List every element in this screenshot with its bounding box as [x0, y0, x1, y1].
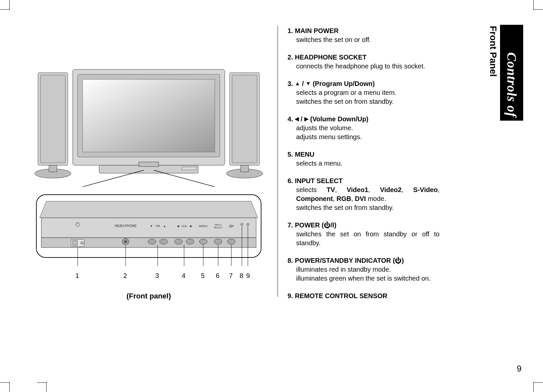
column-divider — [278, 26, 278, 297]
item-8: 8. POWER/STANDBY INDICATOR (⏻) illuminat… — [288, 256, 440, 283]
svg-rect-7 — [241, 165, 249, 172]
item-3: 3. ▲ / ▼ (Program Up/Down) selects a pro… — [288, 79, 440, 106]
item-4: 4. ◀ / ▶ (Volume Down/Up) adjusts the vo… — [288, 115, 440, 141]
crop-mark — [533, 0, 534, 10]
callout-1: 1 — [75, 272, 79, 280]
svg-text:⏻/I: ⏻/I — [229, 224, 234, 228]
svg-rect-5 — [232, 75, 257, 163]
crop-mark — [0, 382, 10, 383]
manual-page: Controls of Front Panel 9 — [0, 0, 543, 392]
callout-2: 2 — [123, 272, 127, 280]
description-column: 1. MAIN POWER switches the set on or off… — [288, 26, 440, 309]
svg-rect-1 — [40, 75, 65, 163]
section-tab-title: Controls of — [504, 49, 520, 121]
callout-numbers: 1 2 3 4 5 6 7 8 9 — [33, 272, 264, 282]
section-tab: Controls of — [500, 25, 523, 121]
callout-5: 5 — [201, 272, 205, 280]
crop-mark — [9, 0, 10, 10]
label-pr: PR — [156, 224, 160, 228]
callout-7: 7 — [229, 272, 233, 280]
svg-point-21 — [81, 242, 83, 244]
item-1: 1. MAIN POWER switches the set on or off… — [288, 26, 440, 44]
svg-rect-12 — [139, 162, 159, 167]
callout-9: 9 — [246, 272, 250, 280]
svg-point-33 — [241, 223, 243, 226]
svg-point-26 — [148, 239, 156, 244]
svg-text:▼: ▼ — [150, 224, 153, 228]
svg-point-30 — [199, 239, 207, 244]
crop-mark — [533, 382, 543, 383]
svg-rect-13 — [182, 167, 196, 170]
svg-point-34 — [247, 223, 249, 226]
figure-caption: (Front panel) — [33, 292, 264, 300]
svg-point-29 — [186, 239, 194, 244]
svg-rect-3 — [49, 165, 57, 172]
item-9: 9. REMOTE CONTROL SENSOR — [288, 292, 440, 300]
svg-text:SELECT: SELECT — [213, 226, 223, 229]
item-2: 2. HEADPHONE SOCKET connects the headpho… — [288, 53, 440, 71]
left-triangle-icon: ◀ — [295, 115, 299, 123]
crop-mark — [37, 382, 47, 383]
svg-text:▲: ▲ — [163, 224, 166, 228]
section-subtitle: Front Panel — [488, 26, 498, 77]
svg-point-31 — [214, 239, 222, 244]
callout-6: 6 — [216, 272, 219, 280]
front-panel-detail: HEAD-PHONE ▼ PR ▲ ◀ VOL ▶ MENU INPUT — [33, 191, 264, 271]
up-triangle-icon: ▲ — [295, 80, 300, 87]
crop-mark — [533, 9, 543, 10]
svg-point-27 — [160, 239, 168, 244]
label-headphone: HEAD-PHONE — [115, 224, 137, 228]
svg-rect-10 — [83, 79, 215, 152]
label-input-select: INPUT — [215, 224, 222, 226]
page-number: 9 — [517, 364, 522, 374]
svg-text:▶: ▶ — [190, 224, 192, 228]
crop-mark — [533, 382, 534, 392]
svg-point-25 — [124, 240, 127, 243]
crop-mark — [9, 382, 10, 392]
crop-mark — [0, 9, 10, 10]
svg-rect-20 — [73, 241, 77, 245]
label-vol: VOL — [181, 224, 187, 228]
tv-illustration — [33, 64, 264, 187]
crop-mark — [46, 382, 47, 392]
down-triangle-icon: ▼ — [306, 80, 311, 87]
svg-text:◀: ◀ — [177, 224, 179, 228]
callout-4: 4 — [182, 272, 185, 280]
right-triangle-icon: ▶ — [304, 115, 308, 123]
svg-point-28 — [175, 239, 182, 244]
item-7: 7. POWER (⏻/I) switches the set on from … — [288, 221, 440, 248]
item-5: 5. MENU selects a menu. — [288, 150, 440, 168]
item-6: 6. INPUT SELECT selects TV, Video1, Vide… — [288, 176, 440, 212]
front-panel-figure: HEAD-PHONE ▼ PR ▲ ◀ VOL ▶ MENU INPUT — [33, 64, 264, 300]
callout-8: 8 — [240, 272, 243, 280]
callout-3: 3 — [155, 272, 159, 280]
item-6-selects: selects TV, Video1, Video2, S-Video, Com… — [288, 185, 440, 203]
label-menu: MENU — [199, 224, 208, 228]
svg-point-32 — [227, 239, 235, 244]
svg-rect-17 — [41, 218, 256, 238]
